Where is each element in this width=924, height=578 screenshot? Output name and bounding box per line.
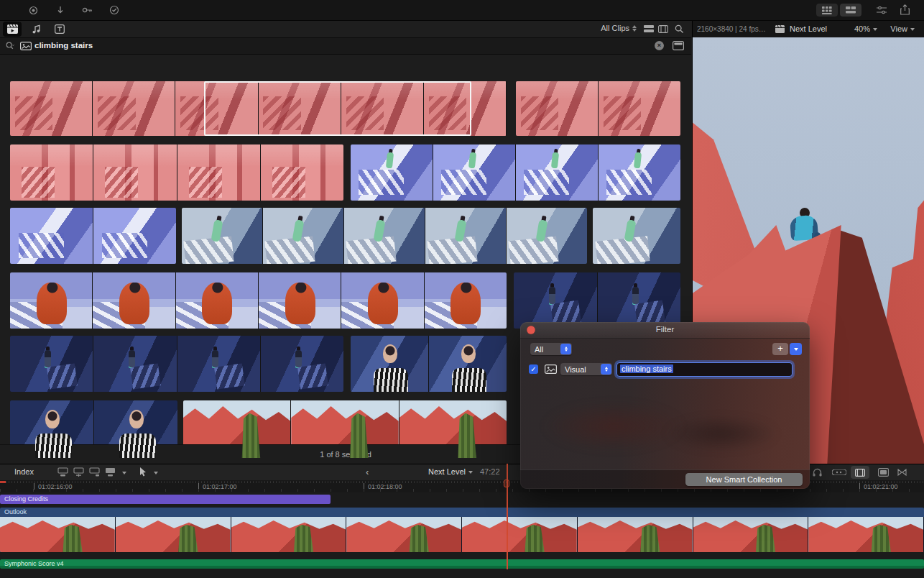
music-clip[interactable]: Symphonic Score v4 bbox=[0, 559, 924, 569]
tool-chevron-icon[interactable] bbox=[154, 472, 158, 474]
overwrite-edit-icon[interactable] bbox=[105, 467, 116, 477]
clip-frame bbox=[516, 144, 598, 201]
filter-dialog-titlebar: Filter bbox=[520, 322, 810, 339]
filter-dialog-footer: New Smart Collection bbox=[520, 469, 810, 489]
timeline-clip-frame bbox=[808, 517, 923, 552]
share-icon[interactable] bbox=[900, 4, 910, 15]
record-icon[interactable] bbox=[29, 6, 38, 15]
window-toolbar bbox=[0, 0, 924, 21]
clip-frame bbox=[351, 144, 433, 201]
clip-frame bbox=[424, 81, 506, 136]
timeline-layout-icon[interactable] bbox=[840, 4, 861, 17]
zoom-popup[interactable]: 40% bbox=[854, 24, 877, 33]
clip-frame bbox=[177, 336, 260, 392]
browser-clip[interactable] bbox=[182, 208, 587, 264]
browser-clip[interactable] bbox=[10, 144, 343, 201]
clip-frame bbox=[344, 208, 425, 264]
ruler-timecode: 01:02:16:00 bbox=[38, 483, 73, 490]
search-toggle-icon[interactable] bbox=[675, 24, 684, 34]
rule-text-input[interactable]: climbing stairs bbox=[616, 362, 793, 377]
match-popup[interactable]: All bbox=[530, 343, 572, 355]
rule-type-popup[interactable]: Visual bbox=[560, 363, 612, 375]
inspector-icon[interactable] bbox=[877, 6, 887, 14]
tool-arrow-icon[interactable] bbox=[139, 467, 147, 477]
clip-filter-popup[interactable]: All Clips bbox=[601, 24, 637, 32]
visual-rule-icon bbox=[545, 364, 557, 374]
search-icon bbox=[6, 42, 17, 50]
chevron-down-icon bbox=[910, 28, 915, 31]
dialog-blur-blob bbox=[542, 401, 685, 451]
music-note-icon bbox=[32, 24, 42, 35]
snapping-icon[interactable] bbox=[897, 469, 907, 476]
clip-frame bbox=[176, 272, 258, 329]
browser-clip[interactable] bbox=[351, 144, 680, 201]
playhead-handle[interactable] bbox=[504, 480, 509, 487]
browser-clip[interactable] bbox=[351, 336, 507, 392]
viewer-project-name: Next Level bbox=[790, 24, 827, 33]
timeline-clip-frame bbox=[693, 517, 808, 552]
clip-frame bbox=[10, 81, 92, 136]
zoom-slider-icon[interactable] bbox=[832, 469, 846, 475]
clip-frame bbox=[516, 81, 598, 136]
filter-window-icon[interactable] bbox=[673, 41, 684, 50]
video-clip-label: Outlook bbox=[0, 508, 924, 517]
list-view-icon[interactable] bbox=[658, 25, 668, 33]
timeline-back-chevron[interactable]: ‹ bbox=[366, 467, 369, 477]
clip-frame bbox=[425, 272, 507, 329]
new-smart-collection-button[interactable]: New Smart Collection bbox=[685, 473, 803, 486]
insert-edit-icon[interactable] bbox=[73, 467, 84, 477]
stepper-icon bbox=[632, 25, 637, 32]
media-tab[interactable] bbox=[3, 22, 22, 37]
project-clapperboard-icon bbox=[775, 25, 785, 33]
browser-clip[interactable] bbox=[10, 272, 507, 329]
audio-tab[interactable] bbox=[27, 22, 46, 37]
browser-clip[interactable] bbox=[10, 336, 343, 392]
clip-frame bbox=[93, 336, 176, 392]
clip-frame bbox=[10, 272, 92, 329]
title-clip[interactable]: Closing Credits bbox=[0, 495, 331, 504]
add-rule-button[interactable]: + bbox=[772, 343, 788, 355]
filmstrip-view-icon[interactable] bbox=[644, 25, 654, 33]
search-input-value[interactable]: climbing stairs bbox=[34, 41, 93, 50]
music-clip-label: Symphonic Score v4 bbox=[0, 559, 924, 569]
timeline-clip-frame bbox=[231, 517, 346, 552]
clip-frame bbox=[599, 81, 680, 136]
edit-options-chevron-icon[interactable] bbox=[122, 472, 126, 474]
clip-frame bbox=[261, 336, 343, 392]
search-field[interactable]: climbing stairs × bbox=[0, 38, 691, 55]
audio-monitor-icon[interactable] bbox=[813, 468, 822, 477]
clear-search-icon[interactable]: × bbox=[655, 41, 664, 50]
timeline-clip-frame bbox=[346, 517, 461, 552]
ruler-timecode: 01:02:21:00 bbox=[864, 483, 898, 490]
rule-text-selected: climbing stairs bbox=[620, 364, 673, 373]
browser-clip[interactable] bbox=[10, 208, 176, 264]
filter-dialog-title: Filter bbox=[520, 325, 810, 334]
skimming-icon[interactable] bbox=[878, 468, 889, 477]
dialog-blur-blob bbox=[664, 416, 779, 451]
timeline-clip-frame bbox=[578, 517, 693, 552]
connect-edit-icon[interactable] bbox=[57, 467, 68, 477]
check-circle-icon[interactable] bbox=[109, 5, 119, 15]
video-clip-filmstrip bbox=[0, 517, 924, 552]
clip-appearance-button[interactable] bbox=[851, 466, 869, 479]
video-clip[interactable]: Outlook bbox=[0, 508, 924, 552]
add-rule-chevron-button[interactable] bbox=[790, 343, 802, 355]
chevron-down-icon bbox=[468, 471, 473, 474]
ruler-timecode: 01:02:17:00 bbox=[203, 483, 237, 490]
browser-layout-icon[interactable] bbox=[816, 4, 838, 17]
view-popup[interactable]: View bbox=[890, 24, 915, 33]
clip-frame bbox=[263, 208, 343, 264]
rule-checkbox[interactable]: ✓ bbox=[529, 364, 538, 374]
append-edit-icon[interactable] bbox=[89, 467, 100, 477]
browser-clip[interactable] bbox=[593, 208, 680, 264]
browser-clip[interactable] bbox=[516, 81, 680, 136]
download-icon[interactable] bbox=[56, 6, 65, 15]
timeline-project-popup[interactable]: Next Level bbox=[428, 467, 473, 476]
key-icon[interactable] bbox=[82, 6, 93, 14]
titles-tab[interactable] bbox=[50, 22, 69, 37]
browser-clip[interactable] bbox=[10, 81, 507, 136]
viewer-header: 2160×3840 | 24 fps… Next Level 40% View bbox=[693, 21, 924, 38]
index-button[interactable]: Index bbox=[14, 467, 34, 476]
browser-clip[interactable] bbox=[514, 272, 680, 329]
clip-frame bbox=[93, 81, 175, 136]
